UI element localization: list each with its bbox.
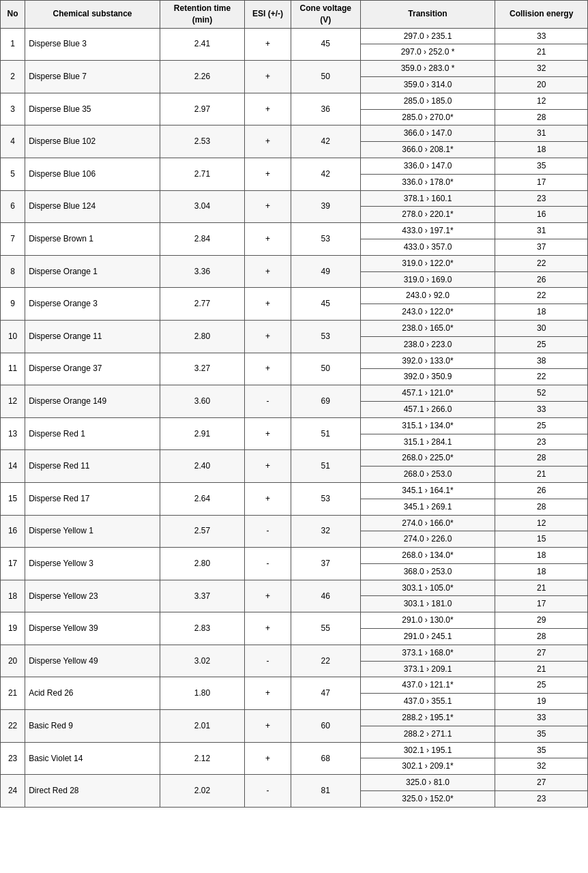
cell-no: 8 — [1, 255, 25, 288]
cell-cone: 37 — [291, 548, 360, 580]
cell-collision: 52 — [495, 385, 588, 402]
cell-no: 15 — [1, 482, 25, 515]
cell-chemical: Acid Red 26 — [25, 677, 160, 710]
cell-no: 9 — [1, 288, 25, 321]
cell-transition: 243.0 › 122.0* — [360, 304, 495, 321]
cell-no: 17 — [1, 548, 25, 580]
cell-collision: 16 — [495, 207, 588, 223]
cell-cone: 53 — [291, 482, 360, 515]
cell-transition: 274.0 › 166.0* — [360, 515, 495, 531]
cell-esi: - — [245, 515, 291, 548]
table-row: 19Disperse Yellow 392.83+55291.0 › 130.0… — [1, 612, 588, 629]
cell-cone: 55 — [291, 612, 360, 645]
cell-chemical: Disperse Blue 124 — [25, 190, 160, 223]
cell-cone: 46 — [291, 580, 360, 612]
cell-collision: 28 — [495, 629, 588, 645]
table-row: 10Disperse Orange 112.80+53238.0 › 165.0… — [1, 320, 588, 336]
cell-collision: 23 — [495, 434, 588, 450]
cell-collision: 27 — [495, 775, 588, 791]
cell-chemical: Disperse Blue 106 — [25, 158, 160, 190]
table-row: 14Disperse Red 112.40+51268.0 › 225.0*28 — [1, 450, 588, 467]
cell-cone: 51 — [291, 450, 360, 483]
cell-transition: 359.0 › 314.0 — [360, 76, 495, 93]
cell-collision: 31 — [495, 223, 588, 239]
cell-esi: - — [245, 645, 291, 677]
table-row: 20Disperse Yellow 493.02-22373.1 › 168.0… — [1, 645, 588, 661]
cell-no: 19 — [1, 612, 25, 645]
cell-transition: 297.0 › 235.1 — [360, 28, 495, 44]
cell-esi: + — [245, 482, 291, 515]
cell-collision: 25 — [495, 417, 588, 434]
table-row: 1Disperse Blue 32.41+45297.0 › 235.133 — [1, 28, 588, 44]
cell-no: 3 — [1, 93, 25, 125]
cell-collision: 21 — [495, 44, 588, 61]
table-row: 8Disperse Orange 13.36+49319.0 › 122.0*2… — [1, 255, 588, 271]
cell-transition: 373.1 › 209.1 — [360, 661, 495, 677]
table-row: 22Basic Red 92.01+60288.2 › 195.1*33 — [1, 710, 588, 726]
table-row: 24Direct Red 282.02-81325.0 › 81.027 — [1, 775, 588, 791]
cell-esi: + — [245, 255, 291, 288]
header-transition: Transition — [360, 1, 495, 29]
cell-retention: 3.37 — [160, 580, 244, 612]
table-row: 11Disperse Orange 373.27+50392.0 › 133.0… — [1, 353, 588, 369]
cell-no: 14 — [1, 450, 25, 483]
cell-collision: 18 — [495, 142, 588, 158]
cell-cone: 53 — [291, 320, 360, 353]
cell-cone: 45 — [291, 288, 360, 321]
cell-collision: 18 — [495, 548, 588, 564]
cell-transition: 302.1 › 209.1* — [360, 758, 495, 775]
cell-collision: 33 — [495, 710, 588, 726]
header-esi: ESI (+/-) — [245, 1, 291, 29]
cell-transition: 437.0 › 121.1* — [360, 677, 495, 694]
cell-esi: + — [245, 450, 291, 483]
cell-transition: 373.1 › 168.0* — [360, 645, 495, 661]
cell-chemical: Disperse Yellow 49 — [25, 645, 160, 677]
cell-esi: + — [245, 28, 291, 61]
cell-transition: 238.0 › 165.0* — [360, 320, 495, 336]
cell-collision: 35 — [495, 726, 588, 742]
cell-transition: 433.0 › 357.0 — [360, 239, 495, 255]
cell-collision: 33 — [495, 401, 588, 417]
cell-cone: 69 — [291, 385, 360, 418]
cell-transition: 457.1 › 266.0 — [360, 401, 495, 417]
cell-transition: 457.1 › 121.0* — [360, 385, 495, 402]
cell-transition: 325.0 › 81.0 — [360, 775, 495, 791]
table-row: 4Disperse Blue 1022.53+42366.0 › 147.031 — [1, 125, 588, 142]
cell-retention: 2.84 — [160, 223, 244, 256]
cell-retention: 2.97 — [160, 93, 244, 125]
cell-collision: 32 — [495, 758, 588, 775]
cell-collision: 29 — [495, 612, 588, 629]
cell-collision: 27 — [495, 645, 588, 661]
cell-collision: 26 — [495, 482, 588, 499]
cell-chemical: Disperse Red 1 — [25, 417, 160, 450]
cell-no: 5 — [1, 158, 25, 190]
cell-no: 4 — [1, 125, 25, 158]
cell-transition: 302.1 › 195.1 — [360, 742, 495, 758]
cell-collision: 37 — [495, 239, 588, 255]
cell-esi: + — [245, 93, 291, 125]
cell-collision: 35 — [495, 158, 588, 174]
table-row: 18Disperse Yellow 233.37+46303.1 › 105.0… — [1, 580, 588, 596]
cell-no: 24 — [1, 775, 25, 808]
cell-collision: 38 — [495, 353, 588, 369]
cell-collision: 23 — [495, 791, 588, 808]
cell-retention: 2.53 — [160, 125, 244, 158]
cell-collision: 28 — [495, 499, 588, 515]
cell-esi: + — [245, 353, 291, 385]
cell-no: 13 — [1, 417, 25, 450]
cell-chemical: Disperse Yellow 23 — [25, 580, 160, 612]
cell-transition: 315.1 › 284.1 — [360, 434, 495, 450]
cell-esi: + — [245, 742, 291, 775]
cell-collision: 17 — [495, 596, 588, 612]
cell-transition: 378.1 › 160.1 — [360, 190, 495, 207]
cell-esi: + — [245, 710, 291, 743]
cell-transition: 268.0 › 225.0* — [360, 450, 495, 467]
cell-chemical: Disperse Blue 3 — [25, 28, 160, 61]
cell-chemical: Disperse Yellow 3 — [25, 548, 160, 580]
cell-no: 1 — [1, 28, 25, 61]
cell-retention: 3.36 — [160, 255, 244, 288]
cell-chemical: Disperse Brown 1 — [25, 223, 160, 256]
cell-transition: 303.1 › 105.0* — [360, 580, 495, 596]
cell-transition: 433.0 › 197.1* — [360, 223, 495, 239]
header-no: No — [1, 1, 25, 29]
